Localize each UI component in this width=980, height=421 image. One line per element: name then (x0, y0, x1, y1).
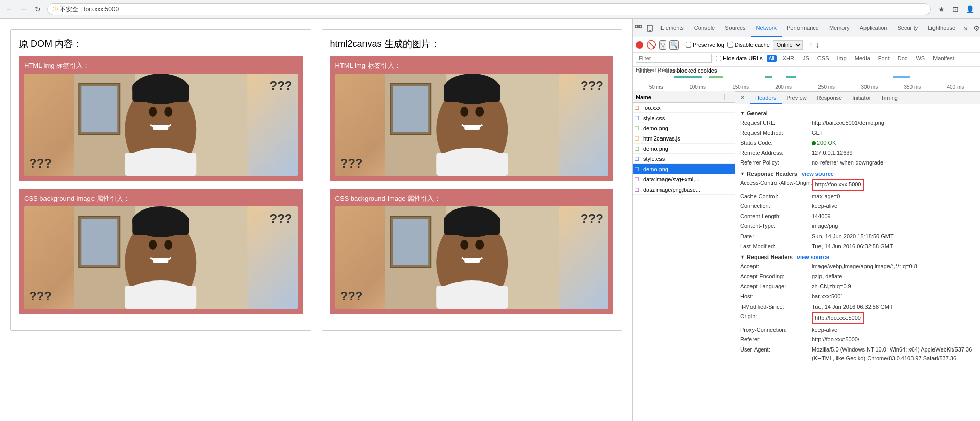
svg-rect-54 (647, 25, 652, 31)
clear-button[interactable]: 🚫 (646, 40, 656, 50)
content-type-row: Content-Type: image/png (740, 222, 975, 231)
record-button[interactable] (636, 41, 643, 49)
tab-lighthouse[interactable]: Lighthouse (923, 19, 961, 37)
request-headers-section-title: Request Headers view source (740, 254, 975, 260)
accept-label: Accept: (740, 262, 812, 271)
filter-font[interactable]: Font (876, 55, 892, 62)
last-modified-label: Last-Modified: (740, 242, 812, 251)
acao-row: Access-Control-Allow-Origin: http://foo.… (740, 179, 975, 191)
svg-rect-7 (132, 84, 189, 102)
request-row-foo[interactable]: ◻ foo.xxx (633, 103, 735, 113)
filter-xhr[interactable]: XHR (781, 55, 796, 62)
address-bar[interactable]: ⓘ 不安全 | foo.xxx:5000 (47, 3, 931, 15)
timeline-label-6: 300 ms (861, 84, 878, 90)
filter-media[interactable]: Media (853, 55, 872, 62)
filter-manifest[interactable]: Manifest (931, 55, 956, 62)
filter-button[interactable]: ▽ (659, 40, 666, 50)
reload-button[interactable]: ↻ (33, 4, 43, 14)
tab-sources[interactable]: Sources (720, 19, 750, 37)
tab-elements[interactable]: Elements (655, 19, 689, 37)
request-name-style1: style.css (643, 115, 735, 121)
status-code-label: Status Code: (740, 138, 812, 148)
request-headers-view-source[interactable]: view source (797, 254, 829, 260)
request-name-demo2: demo.png (643, 146, 735, 152)
demo-img-left-bottom: ??? ??? (24, 206, 298, 309)
disable-cache-checkbox[interactable]: Disable cache (727, 42, 770, 48)
bookmark-button[interactable]: ★ (935, 3, 947, 15)
cache-control-value: max-age=0 (812, 192, 840, 201)
detail-tab-close[interactable]: ✕ (735, 92, 750, 104)
acao-value: http://foo.xxx:5000 (812, 179, 864, 191)
request-row-style2[interactable]: ◻ style.css (633, 154, 735, 164)
cache-control-row: Cache-Control: max-age=0 (740, 192, 975, 201)
detail-tab-headers[interactable]: Headers (750, 92, 782, 104)
tab-console[interactable]: Console (689, 19, 720, 37)
right-column: html2canvas 生成的图片： HTML img 标签引入： (322, 29, 623, 331)
throttle-select[interactable]: Online (773, 40, 803, 50)
blocked-requests-label: Blocked Requests (636, 67, 681, 73)
filter-img[interactable]: Img (835, 55, 848, 62)
filter-input[interactable] (636, 54, 712, 63)
svg-rect-23 (153, 258, 168, 263)
screenshot-button[interactable]: ⊡ (949, 3, 962, 15)
tab-more[interactable]: » (961, 24, 971, 32)
preserve-log-checkbox[interactable]: Preserve log (686, 42, 724, 48)
qm-bottom-left-right-top: ??? (340, 156, 363, 171)
hide-data-urls-checkbox[interactable]: Hide data URLs (716, 55, 763, 61)
acao-label: Access-Control-Allow-Origin: (740, 179, 812, 191)
filter-doc[interactable]: Doc (896, 55, 910, 62)
content-type-label: Content-Type: (740, 222, 812, 231)
separator1 (682, 41, 682, 49)
demo-img-right-top: ??? ??? (335, 74, 609, 176)
detail-tab-initiator[interactable]: Initiator (847, 92, 876, 104)
filter-bar: Hide data URLs All XHR JS CSS Img Media … (633, 53, 980, 67)
blocked-requests-bar: Blocked Requests (633, 67, 980, 73)
request-row-demo2[interactable]: ◻ demo.png (633, 144, 735, 154)
devtools-selector-icon[interactable] (633, 19, 644, 37)
qm-top-right-right-top: ??? (581, 79, 603, 93)
svg-rect-3 (81, 86, 117, 132)
request-name-foo: foo.xxx (643, 105, 735, 111)
forward-button[interactable]: → (18, 4, 29, 14)
tab-network[interactable]: Network (751, 19, 782, 37)
devtools-settings-button[interactable]: ⚙ (971, 22, 980, 34)
cache-control-label: Cache-Control: (740, 192, 812, 201)
page-content: 原 DOM 内容： HTML img 标签引入： (0, 19, 632, 421)
request-row-html2canvas[interactable]: ◻ html2canvas.js (633, 133, 735, 144)
filter-js[interactable]: JS (801, 55, 811, 62)
all-filter-badge[interactable]: All (767, 55, 777, 62)
browser-chrome: ← → ↻ ⓘ 不安全 | foo.xxx:5000 ★ ⊡ 👤 (0, 0, 980, 19)
request-row-demo1[interactable]: ◻ demo.png (633, 123, 735, 133)
search-button[interactable]: 🔍 (669, 40, 679, 50)
tab-memory[interactable]: Memory (824, 19, 855, 37)
general-section-title: General (740, 110, 975, 116)
detail-tab-preview[interactable]: Preview (782, 92, 812, 104)
tab-security[interactable]: Security (892, 19, 923, 37)
toolbar-icons: ★ ⊡ 👤 (935, 3, 976, 15)
svg-point-47 (460, 240, 468, 250)
tab-performance[interactable]: Performance (782, 19, 824, 37)
content-length-value: 144009 (812, 212, 831, 221)
request-row-png[interactable]: ◻ data:image/png;base... (633, 184, 735, 195)
back-button[interactable]: ← (4, 4, 14, 14)
request-row-svg[interactable]: ◻ data:image/svg+xml,... (633, 174, 735, 184)
filter-css[interactable]: CSS (815, 55, 831, 62)
request-name-html2canvas: html2canvas.js (643, 135, 735, 142)
filter-ws[interactable]: WS (914, 55, 927, 62)
profile-button[interactable]: 👤 (964, 3, 976, 15)
download-button[interactable]: ↓ (816, 41, 819, 49)
upload-button[interactable]: ↑ (809, 41, 813, 49)
devtools-device-icon[interactable] (644, 19, 655, 37)
response-headers-view-source[interactable]: view source (802, 171, 834, 177)
referrer-policy-row: Referrer Policy: no-referrer-when-downgr… (740, 158, 975, 168)
request-row-demo3[interactable]: ◻ demo.png (633, 164, 735, 174)
detail-tab-response[interactable]: Response (812, 92, 848, 104)
request-url-label: Request URL: (740, 119, 812, 128)
remote-address-label: Remote Address: (740, 149, 812, 158)
detail-panel: ✕ Headers Preview Response Initiator Tim… (735, 91, 980, 421)
request-row-style1[interactable]: ◻ style.css (633, 113, 735, 123)
tab-application[interactable]: Application (855, 19, 893, 37)
css-bg-label-right: CSS background-image 属性引入： (335, 194, 609, 203)
detail-tab-timing[interactable]: Timing (876, 92, 903, 104)
svg-rect-52 (635, 25, 638, 28)
